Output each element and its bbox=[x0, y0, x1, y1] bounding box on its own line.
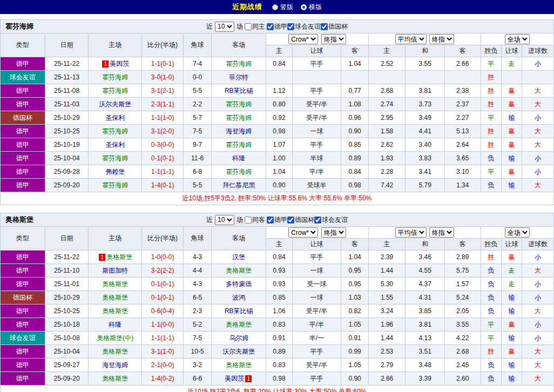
away-team-link[interactable]: 菲尔特 bbox=[229, 73, 248, 81]
match-row: 德国杯25-10-29圣保利1-1(1-0)5-7霍芬海姆0.92受平/半0.9… bbox=[1, 111, 554, 125]
away-team-link[interactable]: 霍芬海姆 bbox=[226, 168, 252, 175]
away-team-link[interactable]: RB莱比锡 bbox=[225, 87, 253, 94]
away-team-link[interactable]: 拜仁慕尼黑 bbox=[222, 181, 255, 189]
league-filter[interactable]: 球会友谊 bbox=[287, 22, 321, 31]
home-team-link[interactable]: 霍芬海姆 bbox=[102, 154, 128, 162]
avg-time-select[interactable]: 终指 bbox=[429, 227, 454, 238]
odds-company-select[interactable]: Crow* bbox=[288, 34, 318, 44]
odds-home-cell: 0.90 bbox=[266, 179, 292, 192]
layout-vertical-option[interactable]: 竖版 bbox=[272, 3, 293, 12]
avg-type-select[interactable]: 平均值 bbox=[395, 227, 427, 238]
same-venue-filter[interactable]: 同主 bbox=[245, 22, 265, 31]
league-filter-checkbox[interactable] bbox=[267, 217, 274, 224]
result-cell: 胜 bbox=[481, 84, 501, 98]
match-date-cell: 25-09-27 bbox=[45, 359, 89, 372]
scope-select[interactable]: 全场 bbox=[505, 34, 530, 44]
home-team-link[interactable]: 奥格斯堡 bbox=[102, 348, 128, 355]
odds-time-select[interactable]: 终指 bbox=[321, 227, 346, 238]
home-team-link[interactable]: 霍芬海姆 bbox=[102, 87, 128, 94]
away-team-link[interactable]: 霍芬海姆 bbox=[226, 60, 252, 67]
league-filter-checkbox[interactable] bbox=[314, 217, 321, 224]
away-team-link[interactable]: 汉堡 bbox=[232, 253, 245, 261]
league-type-cell: 球会友谊 bbox=[1, 332, 45, 345]
home-team-link[interactable]: 科隆 bbox=[109, 321, 121, 328]
home-team-link[interactable]: 弗赖堡 bbox=[105, 168, 125, 175]
away-team-link[interactable]: 沃尔夫斯堡 bbox=[222, 348, 255, 355]
away-team-link[interactable]: 多特蒙德 bbox=[226, 280, 252, 288]
league-filter-checkbox[interactable] bbox=[287, 23, 294, 30]
match-count-select[interactable]: 10 bbox=[215, 215, 234, 225]
home-team-link[interactable]: 奥格斯堡 bbox=[102, 294, 128, 301]
home-team-link[interactable]: 奥格斯堡(中) bbox=[97, 334, 133, 342]
league-filter-checkbox[interactable] bbox=[267, 23, 274, 30]
scope-select[interactable]: 全场 bbox=[505, 227, 530, 238]
home-team-link[interactable]: 奥格斯堡 bbox=[106, 253, 132, 261]
home-team-link[interactable]: 霍芬海姆 bbox=[102, 73, 128, 81]
away-team-cell: 霍芬海姆 bbox=[212, 98, 266, 111]
goals-cell: 大 bbox=[522, 84, 554, 98]
handicap-result-cell: 赢 bbox=[501, 345, 522, 359]
league-filter[interactable]: 德国杯 bbox=[287, 215, 314, 225]
avg-away-cell: 2.64 bbox=[445, 138, 481, 152]
home-team-link[interactable]: 斯图加特 bbox=[102, 267, 128, 274]
away-team-cell: 奥格斯堡 bbox=[212, 318, 266, 332]
away-team-link[interactable]: 奥格斯堡 bbox=[226, 267, 252, 274]
same-venue-checkbox[interactable] bbox=[245, 23, 252, 30]
league-filter-checkbox[interactable] bbox=[287, 217, 294, 224]
home-team-link[interactable]: 圣保利 bbox=[105, 141, 125, 148]
odds-away-cell: 1.08 bbox=[341, 98, 368, 111]
home-team-link[interactable]: 奥格斯堡 bbox=[102, 375, 128, 382]
league-filter[interactable]: 德甲 bbox=[267, 22, 287, 31]
odds-time-select[interactable]: 终指 bbox=[321, 34, 346, 44]
home-team-link[interactable]: 霍芬海姆 bbox=[102, 181, 128, 189]
league-filter-checkbox[interactable] bbox=[321, 23, 328, 30]
odds-home-cell: 0.83 bbox=[266, 359, 292, 372]
home-team-link[interactable]: 奥格斯堡 bbox=[102, 280, 128, 288]
away-team-link[interactable]: 霍芬海姆 bbox=[226, 141, 252, 148]
away-team-link[interactable]: 奥格斯堡 bbox=[226, 361, 252, 369]
league-filter-label: 德国杯 bbox=[328, 22, 348, 31]
same-venue-checkbox[interactable] bbox=[245, 217, 252, 224]
corners-cell: 7-4 bbox=[183, 57, 211, 71]
home-team-link[interactable]: 沃尔夫斯堡 bbox=[99, 100, 131, 108]
layout-horizontal-option[interactable]: 横版 bbox=[301, 3, 322, 12]
same-venue-filter[interactable]: 同客 bbox=[245, 215, 265, 225]
avg-away-cell: 2.68 bbox=[445, 345, 481, 359]
match-row: 德甲25-09-28弗赖堡1-1(1-1)6-8霍芬海姆1.04平/半0.842… bbox=[1, 165, 554, 179]
result-cell: 平 bbox=[481, 165, 501, 179]
league-filter[interactable]: 德国杯 bbox=[321, 22, 348, 31]
match-count-select[interactable]: 10 bbox=[215, 22, 234, 32]
home-team-link[interactable]: 霍芬海姆 bbox=[102, 127, 128, 135]
col-header-type: 类型 bbox=[1, 227, 45, 251]
away-team-link[interactable]: 美因茨 bbox=[225, 375, 244, 382]
away-team-link[interactable]: 霍芬海姆 bbox=[226, 114, 252, 121]
odds-company-select[interactable]: Crow* bbox=[288, 227, 318, 238]
odds-away-cell: 0.89 bbox=[341, 152, 368, 165]
avg-home-cell: 2.74 bbox=[368, 98, 406, 111]
avg-type-select[interactable]: 平均值 bbox=[395, 34, 427, 44]
odds-home-cell: 0.84 bbox=[266, 57, 292, 71]
away-team-link[interactable]: 海登海姆 bbox=[226, 127, 252, 135]
handicap-result-cell: 输 bbox=[501, 305, 522, 318]
score-cell: 0-1(0-1) bbox=[142, 278, 184, 291]
league-type-cell: 德甲 bbox=[1, 359, 45, 372]
home-team-link[interactable]: 奥格斯堡 bbox=[102, 307, 128, 315]
away-team-link[interactable]: 霍芬海姆 bbox=[226, 100, 252, 108]
home-team-link[interactable]: 美因茨 bbox=[110, 60, 129, 67]
result-cell: 平 bbox=[481, 57, 501, 71]
away-team-link[interactable]: 波鸿 bbox=[232, 294, 245, 301]
league-filter[interactable]: 德甲 bbox=[267, 215, 287, 225]
away-team-link[interactable]: 科隆 bbox=[232, 154, 245, 162]
filter-bar: 近 10 场 同客 德甲德国杯球会友谊 bbox=[206, 215, 348, 225]
league-filter[interactable]: 球会友谊 bbox=[314, 215, 348, 225]
home-team-link[interactable]: 圣保利 bbox=[105, 114, 125, 121]
score-cell: 0-1(0-1) bbox=[142, 152, 184, 165]
away-team-link[interactable]: 乌尔姆 bbox=[229, 334, 248, 342]
col-header-type: 类型 bbox=[1, 33, 45, 57]
away-team-link[interactable]: 奥格斯堡 bbox=[226, 321, 252, 328]
avg-time-select[interactable]: 终指 bbox=[429, 34, 454, 44]
away-team-link[interactable]: RB莱比锡 bbox=[225, 307, 253, 315]
avg-away-cell: 3.65 bbox=[445, 152, 481, 165]
league-filter-label: 球会友谊 bbox=[322, 215, 348, 225]
home-team-link[interactable]: 海登海姆 bbox=[102, 361, 128, 369]
